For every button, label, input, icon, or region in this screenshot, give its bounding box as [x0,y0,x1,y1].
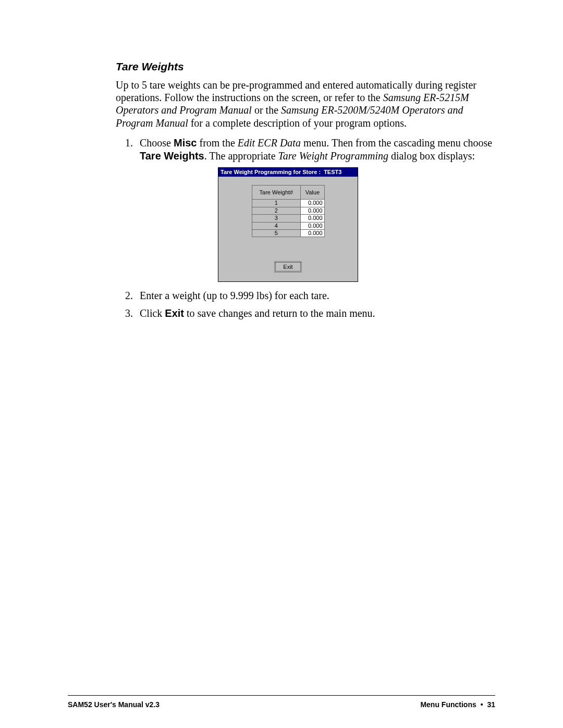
intro-text-3: for a complete description of your progr… [188,117,407,129]
dialog-body: Tare Weight# Value 1 0.000 2 0.000 3 [218,177,358,281]
step1-text-b: from the [197,137,237,149]
menu-edit-ecr: Edit ECR Data [238,137,301,149]
tare-number-cell: 2 [252,207,301,214]
dialog-title-bar: Tare Weight Programming for Store : TEST… [218,168,358,177]
footer-bullet: • [479,700,485,709]
footer-section-name: Menu Functions [420,700,476,709]
table-row: 3 0.000 [252,215,324,222]
footer-page-number: 31 [487,700,495,709]
col-tare-weight-number: Tare Weight# [252,186,301,200]
dialog-store-name: TEST3 [324,169,341,176]
tare-number-cell: 3 [252,215,301,222]
manual-page: Tare Weights Up to 5 tare weights can be… [0,0,563,728]
step3-text-b: to save changes and return to the main m… [184,307,375,319]
exit-button-wrap: Exit [229,259,347,272]
tare-number-cell: 4 [252,222,301,229]
tare-value-cell[interactable]: 0.000 [301,207,324,214]
table-header-row: Tare Weight# Value [252,186,324,200]
intro-text-2: or the [252,104,281,116]
table-row: 1 0.000 [252,200,324,207]
menu-misc-label: Misc [174,137,197,149]
table-row: 4 0.000 [252,222,324,229]
step1-text-d: . The appropriate [204,150,278,162]
col-value: Value [301,186,324,200]
tare-weight-table: Tare Weight# Value 1 0.000 2 0.000 3 [252,185,325,237]
intro-paragraph: Up to 5 tare weights can be pre-programm… [116,79,495,130]
step1-text-a: Choose [140,137,174,149]
tare-value-cell[interactable]: 0.000 [301,215,324,222]
tare-number-cell: 1 [252,200,301,207]
exit-label-ref: Exit [165,307,184,319]
dialog-name-ref: Tare Weight Programming [278,150,389,162]
tare-number-cell: 5 [252,229,301,237]
page-footer: SAM52 User's Manual v2.3 Menu Functions … [68,700,495,709]
step-1: Choose Misc from the Edit ECR Data menu.… [136,137,495,282]
footer-right: Menu Functions • 31 [420,700,495,709]
tare-weight-dialog: Tare Weight Programming for Store : TEST… [218,167,358,282]
section-heading: Tare Weights [116,60,495,73]
tare-value-cell[interactable]: 0.000 [301,222,324,229]
footer-divider [68,695,495,696]
steps-list: Choose Misc from the Edit ECR Data menu.… [116,137,495,319]
step1-text-e: dialog box displays: [388,150,475,162]
step1-text-c: menu. Then from the cascading menu choos… [301,137,492,149]
tare-value-cell[interactable]: 0.000 [301,229,324,237]
dialog-title-label: Tare Weight Programming for Store : [221,169,321,176]
table-row: 2 0.000 [252,207,324,214]
exit-button[interactable]: Exit [275,262,300,272]
footer-manual-title: SAM52 User's Manual v2.3 [68,700,160,709]
step-2: Enter a weight (up to 9.999 lbs) for eac… [136,289,495,302]
table-row: 5 0.000 [252,229,324,237]
menu-tare-weights-label: Tare Weights [140,150,204,162]
step-3: Click Exit to save changes and return to… [136,307,495,319]
tare-value-cell[interactable]: 0.000 [301,200,324,207]
step3-text-a: Click [140,307,165,319]
